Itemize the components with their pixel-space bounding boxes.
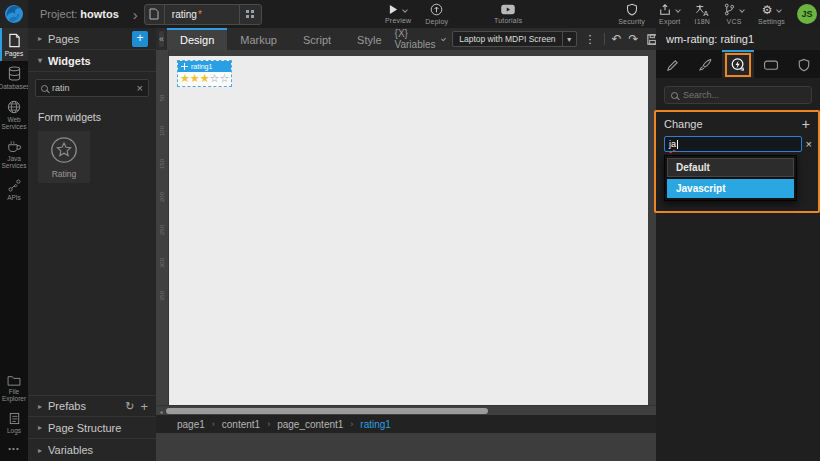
- deploy-icon: [430, 3, 443, 16]
- device-select[interactable]: Laptop with MDPI Screen ▼: [452, 31, 576, 47]
- change-event-section: Change + ja × Default Javascript: [654, 110, 820, 213]
- api-icon: [8, 179, 21, 192]
- scrollbar-thumb[interactable]: [166, 408, 488, 414]
- tab-properties[interactable]: [656, 50, 689, 78]
- chevron-down-icon: [441, 36, 446, 41]
- widget-search-box[interactable]: ×: [35, 79, 149, 97]
- dropdown-option-default[interactable]: Default: [667, 158, 794, 177]
- widget-group-label: Form widgets: [38, 111, 146, 123]
- triangle-right-icon: ▸: [38, 446, 42, 455]
- breadcrumb-item-content1[interactable]: content1: [222, 419, 260, 430]
- tab-design[interactable]: Design: [167, 28, 227, 50]
- change-event-header: Change +: [664, 117, 812, 131]
- coffee-icon: [7, 140, 22, 153]
- user-avatar[interactable]: JS: [797, 4, 817, 24]
- dropdown-option-javascript[interactable]: Javascript: [667, 179, 794, 198]
- pages-accordion-header[interactable]: ▸ Pages +: [28, 28, 156, 50]
- sidebar-item-java-services[interactable]: Java Services: [0, 135, 28, 174]
- security-button[interactable]: Security: [611, 0, 652, 28]
- chevron-down-icon: [675, 7, 681, 13]
- sidebar-item-logs[interactable]: Logs: [0, 407, 28, 438]
- properties-search-input[interactable]: [683, 90, 805, 100]
- add-page-button[interactable]: +: [132, 31, 148, 47]
- widgets-accordion-header[interactable]: ▾ Widgets: [28, 50, 156, 72]
- prefabs-accordion-header[interactable]: ▸ Prefabs ↻ +: [28, 395, 156, 417]
- page-tab-name: rating*: [165, 9, 239, 20]
- grid-icon: [246, 10, 249, 13]
- change-event-input[interactable]: ja: [664, 136, 802, 152]
- shield-icon: [798, 58, 810, 72]
- scroll-left-arrow-icon[interactable]: ◂: [157, 407, 165, 415]
- page-canvas[interactable]: rating1 ★★★☆☆: [169, 56, 648, 433]
- sidebar-item-file-explorer[interactable]: File Explorer: [0, 370, 28, 407]
- search-icon: [671, 92, 678, 99]
- open-page-tab[interactable]: rating*: [144, 4, 262, 25]
- horizontal-scrollbar[interactable]: ◂: [156, 405, 656, 415]
- chevron-down-icon: [402, 7, 408, 13]
- properties-panel-tabs: [656, 50, 820, 78]
- tab-style[interactable]: Style: [344, 28, 394, 50]
- wavemaker-logo-icon: [4, 4, 24, 24]
- clear-search-icon[interactable]: ×: [137, 83, 143, 94]
- preview-button[interactable]: Preview: [378, 0, 418, 28]
- variables-accordion-header[interactable]: ▸ Variables: [28, 439, 156, 461]
- svg-text:A: A: [704, 8, 710, 15]
- gear-icon: ⚙: [762, 4, 773, 16]
- tab-styles[interactable]: [689, 50, 722, 78]
- properties-panel: wm-rating: rating1 C: [656, 28, 820, 461]
- event-action-dropdown: Default Javascript: [664, 155, 797, 201]
- rating-widget-tile[interactable]: Rating: [38, 131, 90, 183]
- breadcrumb-chevron: ›: [133, 7, 138, 22]
- breadcrumb-item-page-content1[interactable]: page_content1: [277, 419, 343, 430]
- sidebar-item-databases[interactable]: Databases: [0, 61, 28, 94]
- rating-widget-on-canvas[interactable]: rating1 ★★★☆☆: [177, 60, 232, 87]
- left-panel: ▸ Pages + ▾ Widgets × Form widgets Ratin…: [28, 28, 156, 461]
- export-button[interactable]: Export: [652, 0, 687, 28]
- refresh-icon[interactable]: ↻: [125, 400, 134, 413]
- vcs-button[interactable]: VCS: [717, 0, 751, 28]
- add-prefab-button[interactable]: +: [140, 399, 148, 414]
- vertical-ruler: 50 100 150 200 250 300 350: [156, 50, 169, 433]
- play-icon: [389, 4, 398, 15]
- settings-button[interactable]: ⚙ Settings: [751, 0, 792, 28]
- i18n-button[interactable]: A I18N: [688, 0, 718, 28]
- select-arrow-icon: ▼: [562, 32, 576, 46]
- remove-event-icon[interactable]: ×: [806, 139, 812, 150]
- pencil-icon: [666, 59, 679, 72]
- page-structure-accordion-header[interactable]: ▸ Page Structure: [28, 417, 156, 439]
- tab-markup[interactable]: Markup: [227, 28, 290, 50]
- change-event-input-row: ja ×: [664, 136, 812, 152]
- rating-star-icon: [49, 135, 79, 165]
- rating-stars[interactable]: ★★★☆☆: [178, 72, 231, 86]
- variables-dropdown[interactable]: {X} Variables: [395, 28, 446, 50]
- properties-search-box[interactable]: [664, 86, 812, 104]
- tab-device[interactable]: [754, 50, 787, 78]
- database-icon: [8, 66, 21, 81]
- collapse-left-panel-button[interactable]: «: [159, 31, 164, 47]
- breadcrumb-item-page1[interactable]: page1: [177, 419, 205, 430]
- sidebar-item-apis[interactable]: APIs: [0, 174, 28, 205]
- toolbar-right-controls: {X} Variables Laptop with MDPI Screen ▼ …: [395, 28, 681, 50]
- tab-security[interactable]: [787, 50, 820, 78]
- deploy-button[interactable]: Deploy: [418, 0, 455, 28]
- redo-button[interactable]: ↷: [628, 33, 638, 45]
- page-switcher-button[interactable]: [239, 5, 261, 24]
- tab-events[interactable]: [722, 50, 755, 78]
- sidebar-item-pages[interactable]: Pages: [0, 28, 28, 61]
- sidebar-item-web-services[interactable]: Web Services: [0, 95, 28, 135]
- add-event-button[interactable]: +: [802, 117, 810, 131]
- widget-selection-label[interactable]: rating1: [178, 61, 231, 72]
- more-options-icon[interactable]: ⋮: [584, 33, 597, 46]
- tab-script[interactable]: Script: [290, 28, 344, 50]
- widget-search-input[interactable]: [52, 83, 133, 93]
- wavemaker-logo[interactable]: [0, 0, 28, 28]
- top-bar: Project: howtos › rating* Preview Deploy…: [0, 0, 820, 28]
- tutorials-button[interactable]: Tutorials: [487, 0, 529, 28]
- selected-widget-title: wm-rating: rating1: [656, 28, 820, 50]
- project-breadcrumb: Project: howtos: [40, 8, 119, 20]
- globe-icon: [7, 100, 21, 114]
- logs-icon: [9, 412, 20, 425]
- breadcrumb-item-rating1[interactable]: rating1: [360, 419, 391, 430]
- undo-button[interactable]: ↶: [611, 33, 621, 45]
- rail-more-button[interactable]: •••: [0, 438, 28, 461]
